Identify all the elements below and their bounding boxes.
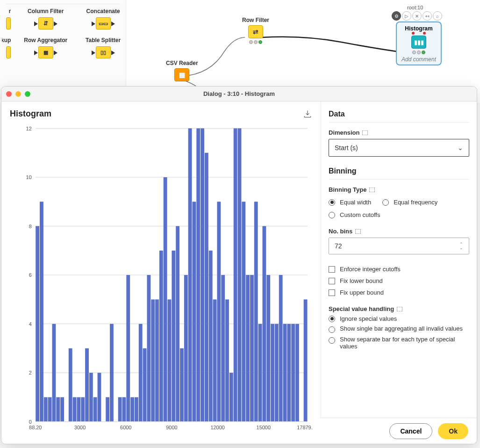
svg-rect-30 [110,324,114,422]
radio-separate-special[interactable]: Show separate bar for each type of speci… [329,336,469,350]
node-histogram[interactable]: Histogram ▮▮▮ Add comment [396,22,442,65]
window-minimize-icon[interactable] [15,91,21,97]
svg-text:12: 12 [26,125,32,131]
node-config-icon[interactable]: ⚙ [392,11,401,21]
svg-rect-62 [246,275,250,422]
node-row-filter[interactable]: Row Filter ⇄ [242,17,269,44]
svg-rect-69 [275,324,279,422]
svg-rect-34 [130,397,134,421]
svg-rect-40 [155,299,159,421]
svg-rect-49 [193,202,196,421]
radio-icon [329,316,335,322]
chevron-down-icon: ⌄ [458,144,463,152]
svg-rect-56 [221,275,225,422]
svg-rect-28 [98,373,101,422]
ok-button[interactable]: Ok [438,423,468,439]
svg-text:2: 2 [29,370,32,376]
flow-var-icon[interactable] [369,188,375,192]
svg-rect-48 [188,128,192,421]
palette-node-row-aggregator[interactable]: Row Aggregator ▦ [23,37,68,58]
binning-type-label: Binning Type [329,186,469,193]
svg-rect-65 [258,324,262,422]
window-maximize-icon[interactable] [25,91,30,97]
svg-rect-47 [184,275,188,422]
radio-equal-frequency[interactable]: Equal frequency [382,199,437,206]
svg-rect-38 [147,275,150,422]
svg-rect-67 [266,275,270,422]
no-bins-input[interactable]: 72 ⌃ ⌄ [329,238,469,254]
checkbox-fix-lower[interactable]: Fix lower bound [329,277,469,284]
svg-rect-54 [213,299,217,421]
svg-rect-21 [69,348,72,422]
node-play-icon[interactable]: ▷ [402,11,411,21]
palette-partial-label: r [9,8,11,14]
svg-rect-51 [201,128,204,421]
svg-rect-70 [279,275,283,422]
dialog-button-bar: Cancel Ok [321,418,477,444]
spinner-down-icon[interactable]: ⌄ [459,246,463,250]
node-csv-reader[interactable]: CSV Reader ▦ [166,60,198,81]
window-close-icon[interactable] [6,91,12,97]
svg-rect-33 [126,275,130,422]
svg-rect-61 [242,202,245,421]
radio-icon [329,212,335,218]
flow-var-icon[interactable] [355,229,361,234]
node-reset-icon[interactable]: ↤ [423,11,432,21]
dimension-label: Dimension [329,129,469,136]
settings-pane[interactable]: Data Dimension Start (s) ⌄ Binning Binni… [321,101,477,418]
svg-rect-15 [40,202,43,421]
special-handling-label: Special value handling [329,305,469,312]
node-search-icon[interactable]: ⌕ [433,11,442,21]
radio-icon [329,326,335,333]
svg-rect-37 [143,348,147,422]
palette-node-table-splitter[interactable]: Table Splitter ▯▯ [80,37,126,58]
svg-rect-20 [60,397,64,421]
svg-text:9000: 9000 [166,425,177,430]
radio-icon [329,199,335,206]
svg-rect-44 [172,251,175,422]
node-palette: r Column Filter ⇵ Concatenate ▭▭ kup Row… [0,0,126,98]
svg-rect-66 [262,226,266,422]
radio-equal-width[interactable]: Equal width [329,199,371,206]
svg-text:17879.06: 17879.06 [297,425,312,430]
node-stop-icon[interactable]: ✕ [412,11,422,21]
svg-rect-17 [48,397,52,421]
svg-rect-43 [168,299,172,421]
add-comment-link[interactable]: Add comment [401,56,436,63]
svg-rect-52 [205,153,208,422]
svg-rect-32 [122,397,126,421]
palette-node-column-filter[interactable]: Column Filter ⇵ [23,8,68,29]
flow-var-icon[interactable] [362,130,368,135]
checkbox-fix-upper[interactable]: Fix upper bound [329,289,469,296]
dimension-select[interactable]: Start (s) ⌄ [329,139,469,157]
svg-rect-46 [180,348,184,422]
histogram-title: Histogram [10,109,51,119]
svg-rect-45 [176,226,179,422]
svg-text:6: 6 [29,272,32,278]
svg-rect-68 [271,324,274,422]
radio-ignore-special[interactable]: Ignore special values [329,315,469,322]
binning-section-header: Binning [329,167,469,180]
svg-rect-27 [93,397,97,421]
svg-rect-72 [287,324,291,422]
titlebar[interactable]: Dialog - 3:10 - Histogram [1,87,477,101]
cancel-button[interactable]: Cancel [389,423,432,439]
svg-text:3000: 3000 [74,425,86,430]
radio-custom-cutoffs[interactable]: Custom cutoffs [329,211,469,218]
svg-rect-36 [139,324,143,422]
node-toolbar: ⚙ ▷ ✕ ↤ ⌕ [392,11,442,21]
palette-node-concatenate[interactable]: Concatenate ▭▭ [80,8,126,29]
download-icon[interactable] [303,109,312,119]
checkbox-icon [329,266,335,273]
radio-aggregate-special[interactable]: Show single bar aggregating all invalid … [329,325,469,333]
no-bins-label: No. bins [329,228,469,235]
svg-rect-41 [159,251,163,422]
flow-var-icon[interactable] [397,307,402,311]
checkbox-enforce-integer[interactable]: Enforce integer cutoffs [329,266,469,273]
svg-rect-31 [118,397,122,421]
histogram-chart[interactable]: 02468101288.2030006000900012000150001787… [10,123,312,436]
svg-rect-18 [52,324,56,422]
dialog-title: Dialog - 3:10 - Histogram [1,90,477,97]
svg-rect-24 [81,397,85,421]
svg-rect-60 [238,128,242,421]
